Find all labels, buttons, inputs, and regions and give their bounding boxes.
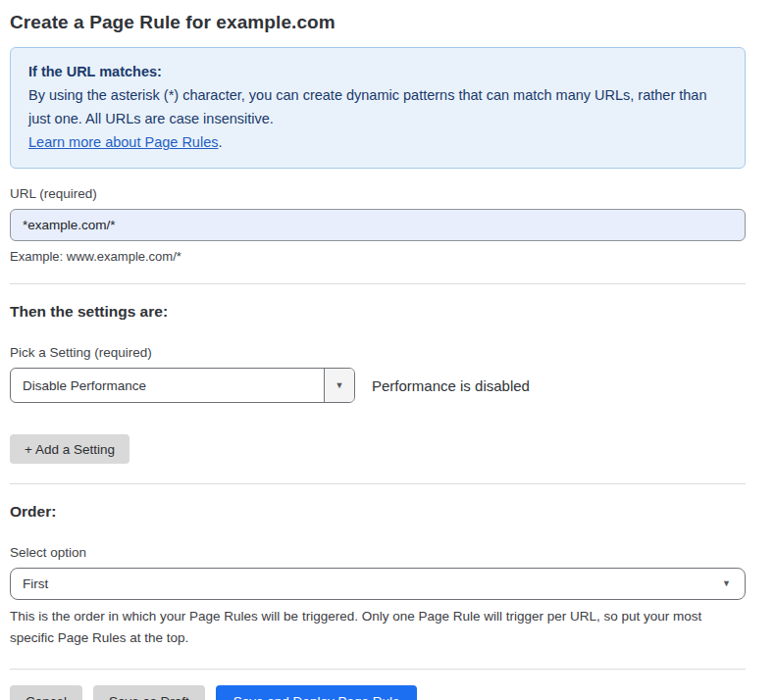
divider: [10, 483, 746, 484]
url-input[interactable]: [10, 209, 746, 241]
pick-setting-label: Pick a Setting (required): [10, 345, 746, 360]
info-box-body: By using the asterisk (*) character, you…: [28, 83, 727, 130]
divider: [10, 669, 746, 670]
info-box-link-line: Learn more about Page Rules.: [28, 130, 727, 154]
divider: [10, 283, 746, 284]
url-matches-info-box: If the URL matches: By using the asteris…: [10, 47, 746, 169]
setting-select-row: Disable Performance ▼ Performance is dis…: [10, 368, 746, 403]
order-select-label: Select option: [10, 545, 746, 560]
setting-status-text: Performance is disabled: [372, 377, 530, 394]
setting-select[interactable]: Disable Performance ▼: [10, 368, 355, 403]
setting-select-value: Disable Performance: [11, 369, 324, 402]
add-setting-button[interactable]: + Add a Setting: [10, 434, 129, 464]
order-select[interactable]: First ▼: [10, 568, 746, 600]
link-suffix: .: [218, 134, 222, 150]
order-select-value: First: [23, 576, 48, 591]
setting-select-arrow-button[interactable]: ▼: [324, 369, 354, 402]
url-field-label: URL (required): [10, 186, 746, 201]
page-title: Create a Page Rule for example.com: [10, 12, 746, 33]
page-rule-form: Create a Page Rule for example.com If th…: [0, 0, 775, 700]
info-box-heading: If the URL matches:: [28, 60, 727, 83]
chevron-down-icon: ▼: [722, 579, 731, 588]
cancel-button[interactable]: Cancel: [10, 685, 82, 700]
settings-section-heading: Then the settings are:: [10, 303, 746, 321]
save-as-draft-button[interactable]: Save as Draft: [93, 685, 205, 700]
learn-more-link[interactable]: Learn more about Page Rules: [28, 134, 218, 150]
order-section-heading: Order:: [10, 503, 746, 521]
chevron-down-icon: ▼: [336, 381, 344, 390]
save-and-deploy-button[interactable]: Save and Deploy Page Rule: [216, 685, 418, 700]
url-example-hint: Example: www.example.com/*: [10, 249, 746, 264]
order-description: This is the order in which your Page Rul…: [10, 606, 741, 649]
footer-actions: Cancel Save as Draft Save and Deploy Pag…: [10, 685, 746, 700]
